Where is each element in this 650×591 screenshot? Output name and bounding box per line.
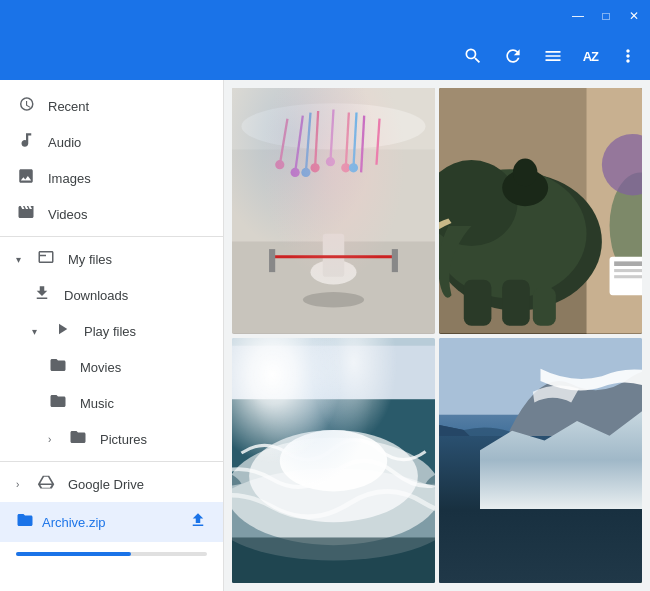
svg-rect-21 (323, 234, 344, 277)
sidebar-videos-label: Videos (48, 207, 88, 222)
svg-rect-49 (232, 537, 435, 583)
sidebar-recent-label: Recent (48, 99, 89, 114)
svg-rect-40 (614, 269, 642, 272)
sidebar-play-files-label: Play files (84, 324, 136, 339)
svg-line-8 (346, 113, 349, 168)
sidebar-item-downloads[interactable]: Downloads (0, 277, 223, 313)
sidebar-item-my-files[interactable]: ▾ My files (0, 241, 223, 277)
svg-rect-41 (614, 275, 642, 278)
svg-point-3 (241, 103, 425, 149)
toolbar: AZ (0, 32, 650, 80)
svg-rect-1 (232, 88, 435, 241)
sidebar-audio-label: Audio (48, 135, 81, 150)
sidebar-images-label: Images (48, 171, 91, 186)
progress-bar-container-1 (16, 552, 207, 556)
movies-folder-icon (48, 356, 68, 378)
svg-point-15 (310, 163, 319, 172)
svg-rect-44 (232, 399, 435, 583)
titlebar: — □ ✕ (0, 0, 650, 32)
svg-rect-24 (392, 249, 398, 272)
photo-item-2[interactable] (439, 88, 642, 334)
maximize-button[interactable]: □ (598, 8, 614, 24)
svg-point-17 (341, 163, 350, 172)
svg-point-18 (301, 168, 310, 177)
sidebar-pictures-label: Pictures (100, 432, 147, 447)
minimize-button[interactable]: — (570, 8, 586, 24)
drive-chevron-right-icon: › (16, 479, 32, 490)
view-options-icon[interactable] (543, 46, 563, 66)
sidebar-item-pictures[interactable]: › Pictures (0, 421, 223, 457)
progress-section (0, 542, 223, 564)
pictures-chevron-right-icon: › (48, 434, 64, 445)
svg-line-10 (376, 119, 379, 165)
svg-rect-43 (232, 338, 435, 399)
svg-line-9 (361, 116, 364, 173)
close-button[interactable]: ✕ (626, 8, 642, 24)
svg-point-19 (349, 163, 358, 172)
svg-line-4 (280, 119, 288, 165)
play-files-icon (52, 320, 72, 342)
progress-bar-1 (16, 552, 131, 556)
photo-item-3[interactable] (232, 338, 435, 584)
svg-point-46 (249, 430, 418, 522)
photo-grid (224, 80, 650, 591)
svg-rect-32 (464, 280, 492, 326)
svg-point-45 (280, 430, 387, 491)
svg-point-25 (303, 292, 364, 307)
play-files-chevron-down-icon: ▾ (32, 326, 48, 337)
sidebar-divider-2 (0, 461, 223, 462)
archive-zip-label: Archive.zip (42, 515, 106, 530)
svg-line-11 (306, 113, 311, 173)
sidebar-item-audio[interactable]: Audio (0, 124, 223, 160)
pictures-folder-icon (68, 428, 88, 450)
sidebar: Recent Audio Images Videos ▾ (0, 80, 224, 591)
svg-rect-39 (614, 261, 642, 266)
sidebar-music-label: Music (80, 396, 114, 411)
recent-icon (16, 95, 36, 117)
main-layout: Recent Audio Images Videos ▾ (0, 80, 650, 591)
svg-point-48 (232, 468, 435, 560)
photo-item-1[interactable] (232, 88, 435, 334)
titlebar-controls: — □ ✕ (570, 8, 642, 24)
downloads-icon (32, 284, 52, 306)
svg-point-13 (275, 160, 284, 169)
sidebar-item-movies[interactable]: Movies (0, 349, 223, 385)
svg-line-5 (295, 116, 303, 173)
sidebar-item-music[interactable]: Music (0, 385, 223, 421)
sidebar-downloads-label: Downloads (64, 288, 128, 303)
sort-icon[interactable]: AZ (583, 49, 598, 64)
sidebar-item-videos[interactable]: Videos (0, 196, 223, 232)
upload-icon (189, 511, 207, 533)
svg-rect-50 (232, 338, 435, 346)
svg-line-12 (353, 113, 356, 168)
sidebar-item-images[interactable]: Images (0, 160, 223, 196)
google-drive-icon (36, 473, 56, 495)
svg-point-16 (326, 157, 335, 166)
sidebar-item-google-drive[interactable]: › Google Drive (0, 466, 223, 502)
more-options-icon[interactable] (618, 46, 638, 66)
audio-icon (16, 131, 36, 153)
svg-rect-33 (502, 280, 530, 326)
videos-icon (16, 203, 36, 225)
chevron-down-icon: ▾ (16, 254, 32, 265)
photo-item-4[interactable] (439, 338, 642, 584)
sidebar-item-archive-zip[interactable]: Archive.zip (0, 502, 223, 542)
sidebar-divider-1 (0, 236, 223, 237)
zip-file-icon (16, 511, 34, 533)
music-folder-icon (48, 392, 68, 414)
svg-point-14 (291, 168, 300, 177)
refresh-icon[interactable] (503, 46, 523, 66)
sidebar-my-files-label: My files (68, 252, 112, 267)
svg-line-6 (315, 111, 318, 168)
sidebar-item-recent[interactable]: Recent (0, 88, 223, 124)
svg-point-47 (232, 437, 435, 544)
svg-rect-2 (232, 88, 435, 149)
sidebar-google-drive-label: Google Drive (68, 477, 144, 492)
search-icon[interactable] (463, 46, 483, 66)
my-files-icon (36, 248, 56, 270)
svg-line-7 (330, 109, 333, 161)
images-icon (16, 167, 36, 189)
sidebar-movies-label: Movies (80, 360, 121, 375)
sidebar-item-play-files[interactable]: ▾ Play files (0, 313, 223, 349)
svg-rect-23 (269, 249, 275, 272)
